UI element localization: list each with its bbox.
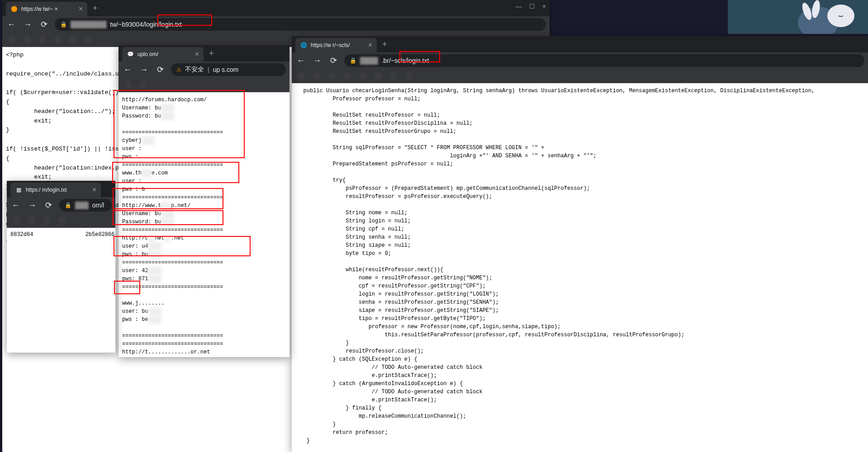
favicon-icon: 💬 [127, 51, 134, 58]
browser-tab[interactable]: 💬 uplo om/ × [122, 47, 204, 61]
tab-title: https://w r/~scls/ [311, 42, 365, 48]
bookmark-item[interactable] [359, 72, 367, 80]
bookmark-item[interactable] [328, 72, 336, 80]
window-controls: — ☐ × [516, 3, 546, 10]
browser-window-java: 🌐 https://w r/~scls/ × + ← → ⟳ 🔒 ████ .b… [292, 36, 868, 452]
nav-bar: ← → ⟳ 🔒 ███ om/l [7, 197, 115, 213]
reload-button[interactable]: ⟳ [43, 200, 54, 210]
reload-button[interactable]: ⟳ [38, 19, 49, 29]
corner-decoration [728, 0, 868, 34]
unsafe-label: 不安全 [185, 66, 204, 74]
tab-title: uplo om/ [138, 51, 191, 57]
tab-title: https://w tw/~ × [21, 6, 75, 12]
bookmark-item[interactable] [54, 36, 62, 44]
reload-button[interactable]: ⟳ [155, 65, 166, 75]
bookmark-item[interactable] [85, 36, 93, 44]
bookmark-item[interactable] [405, 72, 413, 80]
forward-button[interactable]: → [22, 20, 33, 29]
address-path: tw/~b93004/login/login.txt [110, 21, 181, 28]
forward-button[interactable]: → [138, 65, 149, 75]
browser-tab[interactable]: ▦ https:/ m/login.txt × [10, 183, 101, 197]
lock-icon: 🔒 [60, 21, 67, 28]
bookmark-item[interactable] [374, 72, 382, 80]
bookmark-item[interactable] [23, 36, 31, 44]
lock-icon: 🔒 [65, 202, 71, 208]
bookmark-item[interactable] [69, 36, 77, 44]
bookmark-item[interactable] [343, 72, 351, 80]
new-tab-button[interactable]: + [379, 40, 391, 49]
nav-bar: ← → ⟳ 🔒 ████ .br/~scls/login.txt [292, 52, 868, 69]
tab-bar: 💬 uplo om/ × + [119, 45, 289, 61]
bookmark-item[interactable] [58, 217, 66, 225]
page-content: 8832d64 2b5e82866 [7, 228, 115, 353]
bookmark-item[interactable] [38, 36, 47, 44]
address-bar[interactable]: 🔒 ████ .br/~scls/login.txt [344, 54, 864, 67]
close-icon[interactable]: × [92, 186, 96, 194]
bookmark-item[interactable] [313, 72, 321, 80]
tab-bar: 🌐 https://w r/~scls/ × + [292, 36, 868, 52]
close-window-button[interactable]: × [542, 3, 546, 10]
address-path: om/l [92, 202, 104, 209]
svg-point-2 [827, 5, 854, 27]
close-icon[interactable]: × [368, 41, 372, 49]
bookmark-item[interactable] [139, 81, 147, 89]
page-content: http://forums.hardocp.com/ Username: bu█… [119, 92, 289, 357]
maximize-button[interactable]: ☐ [529, 3, 535, 10]
bookmark-bar [7, 213, 115, 228]
new-tab-button[interactable]: + [205, 49, 218, 58]
warning-icon: ⚠ [176, 66, 181, 73]
back-button[interactable]: ← [295, 56, 306, 66]
back-button[interactable]: ← [6, 20, 17, 29]
address-bar[interactable]: 🔒 ████████ tw/~b93004/login/login.txt [55, 18, 546, 31]
nav-bar: ← → ⟳ ⚠ 不安全 | up s.com [119, 61, 289, 78]
browser-tab[interactable]: 🌐 https://w r/~scls/ × [295, 38, 377, 52]
bookmark-item[interactable] [124, 81, 132, 89]
bookmark-item[interactable] [28, 217, 36, 225]
browser-window-creds: 💬 uplo om/ × + ← → ⟳ ⚠ 不安全 | up s.com ht… [119, 45, 289, 357]
grid-icon: ▦ [15, 186, 22, 193]
bookmark-item[interactable] [12, 217, 20, 225]
bookmark-item[interactable] [8, 36, 16, 44]
address-domain-blur: ████████ [71, 21, 106, 28]
tab-bar: ▦ https:/ m/login.txt × [7, 181, 115, 197]
nav-bar: ← → ⟳ 🔒 ████████ tw/~b93004/login/login.… [2, 16, 550, 33]
address-path: .br/~scls/login.txt [382, 57, 429, 64]
address-bar[interactable]: ⚠ 不安全 | up s.com [171, 63, 286, 76]
address-domain-blur: ███ [75, 202, 89, 209]
reload-button[interactable]: ⟳ [328, 56, 339, 66]
close-icon[interactable]: × [195, 50, 199, 58]
address-path: up s.com [213, 66, 239, 73]
lock-icon: 🔒 [350, 57, 356, 64]
address-bar[interactable]: 🔒 ███ om/l [59, 199, 112, 212]
bookmark-item[interactable] [297, 72, 305, 80]
address-domain-blur: ████ [360, 57, 378, 64]
tab-title: https:/ m/login.txt [26, 187, 89, 193]
minimize-button[interactable]: — [516, 3, 522, 10]
tab-bar: 🟠 https://w tw/~ × × + — ☐ × [2, 0, 550, 16]
globe-icon: 🌐 [300, 42, 307, 49]
bookmark-bar [119, 78, 289, 92]
forward-button[interactable]: → [312, 56, 323, 66]
back-button[interactable]: ← [122, 65, 133, 75]
bookmark-item[interactable] [389, 72, 398, 80]
new-tab-button[interactable]: + [89, 4, 101, 13]
forward-button[interactable]: → [27, 201, 38, 210]
page-content: public Usuario checarLoginSenha(String l… [292, 83, 868, 452]
browser-tab[interactable]: 🟠 https://w tw/~ × × [6, 2, 87, 16]
browser-window-hash: ▦ https:/ m/login.txt × ← → ⟳ 🔒 ███ om/l… [7, 181, 115, 353]
favicon-icon: 🟠 [10, 5, 18, 13]
back-button[interactable]: ← [10, 201, 21, 210]
close-icon[interactable]: × [79, 5, 83, 13]
bookmark-item[interactable] [43, 217, 51, 225]
bookmark-bar [292, 69, 868, 83]
